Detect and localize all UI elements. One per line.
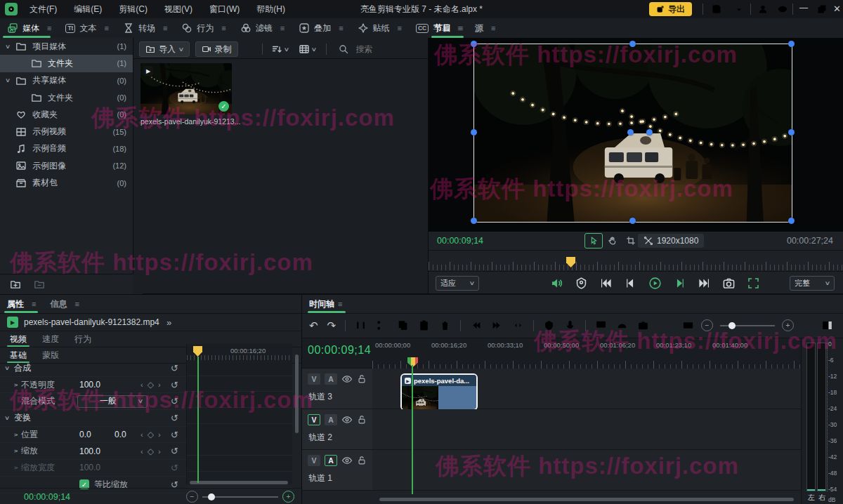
tab-menu-icon[interactable]: ≡ bbox=[338, 300, 342, 308]
blend-mode-dropdown[interactable]: 一般∨ bbox=[77, 395, 148, 408]
tab-menu-icon[interactable]: ≡ bbox=[398, 24, 402, 32]
redo-icon[interactable]: ↷ bbox=[327, 319, 336, 332]
go-to-start-icon[interactable] bbox=[599, 277, 613, 290]
tab-filter[interactable]: 滤镜≡ bbox=[233, 18, 292, 38]
property-group-transform[interactable]: ∨ 变换 ↺ bbox=[0, 410, 186, 427]
remove-folder-icon[interactable] bbox=[34, 279, 45, 290]
chevron-right-icon[interactable]: ∨ bbox=[13, 446, 19, 457]
eye-icon[interactable] bbox=[777, 4, 788, 15]
paste-icon[interactable] bbox=[418, 319, 430, 331]
reset-icon[interactable]: ↺ bbox=[171, 363, 178, 373]
selection-handle-mr[interactable] bbox=[788, 129, 795, 135]
scissors-icon[interactable] bbox=[376, 319, 388, 331]
tab-program[interactable]: 节目≡ bbox=[429, 18, 469, 38]
screen-record-icon[interactable] bbox=[595, 319, 607, 331]
account-icon[interactable] bbox=[757, 4, 769, 15]
view-mode-dropdown[interactable]: ∨ bbox=[299, 44, 316, 55]
prev-keyframe-icon[interactable]: ‹ bbox=[140, 447, 143, 456]
track3-video-toggle[interactable]: V bbox=[308, 373, 320, 385]
next-keyframe-icon[interactable]: › bbox=[158, 447, 161, 456]
select-tool-button[interactable] bbox=[584, 233, 603, 248]
delete-icon[interactable] bbox=[439, 319, 451, 331]
previous-edit-point-icon[interactable] bbox=[470, 319, 482, 331]
track-3-lane[interactable]: ▶ pexels-pavel-da... bbox=[372, 369, 801, 409]
selection-handle-tm[interactable] bbox=[629, 41, 636, 47]
hand-tool-button[interactable] bbox=[604, 234, 621, 248]
record-button[interactable]: 录制 bbox=[195, 41, 238, 57]
menu-file[interactable]: 文件(F) bbox=[21, 0, 65, 18]
tab-sticker[interactable]: 贴纸≡ bbox=[351, 18, 409, 38]
sidebar-item-sample-image[interactable]: 示例图像 (12) bbox=[0, 157, 133, 174]
program-monitor[interactable] bbox=[429, 38, 843, 232]
search-input[interactable] bbox=[355, 44, 421, 55]
tab-menu-icon[interactable]: ≡ bbox=[221, 24, 226, 32]
menu-clip[interactable]: 剪辑(C) bbox=[110, 0, 156, 18]
keyframe-timeline[interactable]: 00:00:16;20 bbox=[186, 344, 292, 484]
tab-menu-icon[interactable]: ≡ bbox=[74, 300, 79, 308]
tab-info[interactable]: 信息≡ bbox=[43, 295, 86, 313]
sort-dropdown[interactable]: ∨ bbox=[271, 44, 289, 55]
speed-ramp-icon[interactable] bbox=[616, 319, 628, 331]
properties-vertical-scrollbar[interactable] bbox=[295, 354, 299, 433]
timeline-zoom-thumb[interactable] bbox=[728, 322, 736, 329]
reset-icon[interactable]: ↺ bbox=[171, 396, 178, 406]
menu-view[interactable]: 视图(V) bbox=[156, 0, 201, 18]
lock-icon[interactable] bbox=[357, 456, 367, 465]
selection-handle-ml[interactable] bbox=[471, 129, 477, 135]
track-1-lane[interactable] bbox=[372, 450, 801, 491]
track2-audio-toggle[interactable]: A bbox=[325, 414, 337, 425]
volume-icon[interactable] bbox=[550, 277, 563, 290]
selection-handle-bl[interactable] bbox=[471, 218, 477, 224]
split-icon[interactable] bbox=[355, 319, 367, 331]
restore-button[interactable] bbox=[816, 4, 828, 15]
selection-center-handle[interactable] bbox=[646, 129, 653, 135]
selection-handle-tr[interactable] bbox=[788, 41, 795, 47]
minimize-button[interactable]: — bbox=[799, 3, 808, 13]
properties-horizontal-scrollbar[interactable] bbox=[190, 481, 288, 484]
selection-handle-bm[interactable] bbox=[629, 218, 636, 224]
chevron-right-icon[interactable]: ∨ bbox=[13, 429, 19, 440]
tab-source[interactable]: 源≡ bbox=[469, 18, 501, 38]
tab-menu-icon[interactable]: ≡ bbox=[47, 24, 51, 32]
sidebar-item-asset-pack[interactable]: 素材包 (0) bbox=[0, 174, 133, 191]
lock-icon[interactable] bbox=[357, 415, 367, 425]
undo-icon[interactable]: ↶ bbox=[309, 319, 318, 332]
ripple-edit-icon[interactable] bbox=[512, 319, 524, 331]
reset-icon[interactable]: ↺ bbox=[171, 446, 178, 456]
tab-overlay[interactable]: 叠加≡ bbox=[292, 18, 350, 38]
next-frame-icon[interactable] bbox=[673, 277, 686, 290]
next-keyframe-icon[interactable]: › bbox=[158, 430, 161, 439]
panel-toggle-icon[interactable] bbox=[821, 319, 833, 331]
position-x-value[interactable]: 0.0 bbox=[79, 430, 91, 439]
opacity-value[interactable]: 100.0 bbox=[79, 380, 100, 390]
tab-transition[interactable]: 转场≡ bbox=[116, 18, 174, 38]
selection-handle-tl[interactable] bbox=[471, 41, 477, 47]
close-button[interactable]: ✕ bbox=[833, 4, 841, 14]
tab-menu-icon[interactable]: ≡ bbox=[104, 24, 108, 32]
next-edit-point-icon[interactable] bbox=[491, 319, 503, 331]
crop-tool-button[interactable] bbox=[622, 234, 639, 248]
zoom-slider-thumb[interactable] bbox=[208, 493, 215, 500]
resolution-button[interactable]: 1920x1080 bbox=[638, 234, 704, 248]
track3-audio-toggle[interactable]: A bbox=[325, 373, 337, 385]
selection-handle-br[interactable] bbox=[788, 218, 795, 224]
go-to-end-icon[interactable] bbox=[698, 277, 711, 290]
lock-icon[interactable] bbox=[357, 374, 367, 384]
reset-icon[interactable]: ↺ bbox=[171, 430, 178, 440]
snapshot-icon[interactable] bbox=[722, 277, 736, 290]
tab-menu-icon[interactable]: ≡ bbox=[491, 24, 495, 32]
eye-icon[interactable] bbox=[341, 455, 353, 466]
fullscreen-icon[interactable] bbox=[747, 277, 760, 290]
chevron-down-icon[interactable]: ∨ bbox=[0, 415, 17, 421]
menu-edit[interactable]: 编辑(E) bbox=[65, 0, 110, 18]
download-icon[interactable] bbox=[733, 4, 745, 15]
scale-value[interactable]: 100.0 bbox=[79, 446, 100, 456]
sidebar-item-sample-video[interactable]: 示例视频 (15) bbox=[0, 123, 133, 140]
chevron-down-icon[interactable]: ∨ bbox=[0, 44, 18, 50]
position-y-value[interactable]: 0.0 bbox=[115, 430, 126, 439]
keyframe-icon[interactable]: ◇ bbox=[148, 446, 154, 456]
chevron-down-icon[interactable]: ∨ bbox=[0, 77, 18, 84]
tab-menu-icon[interactable]: ≡ bbox=[163, 24, 167, 32]
tab-properties[interactable]: 属性≡ bbox=[0, 295, 43, 313]
play-button[interactable] bbox=[648, 277, 662, 290]
